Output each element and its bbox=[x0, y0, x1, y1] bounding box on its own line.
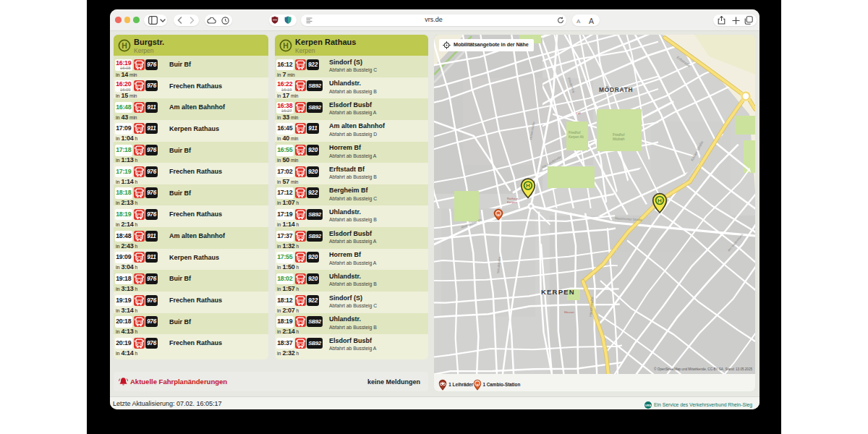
svg-text:Friedhof: Friedhof bbox=[613, 133, 625, 137]
svg-text:VRS: VRS bbox=[645, 403, 652, 407]
svg-text:Friedhof: Friedhof bbox=[569, 131, 581, 135]
svg-text:H: H bbox=[283, 41, 289, 50]
svg-text:H: H bbox=[122, 41, 127, 50]
svg-text:Häuser: Häuser bbox=[564, 310, 574, 314]
svg-text:Mödrath: Mödrath bbox=[613, 137, 625, 141]
svg-text:KERPEN: KERPEN bbox=[541, 288, 575, 296]
svg-text:Lidl: Lidl bbox=[576, 111, 581, 115]
svg-text:Kerpen Alt: Kerpen Alt bbox=[569, 135, 584, 139]
svg-text:Kerpen: Kerpen bbox=[507, 200, 517, 204]
svg-text:MÖDRATH: MÖDRATH bbox=[599, 86, 633, 93]
svg-text:H: H bbox=[526, 182, 530, 189]
svg-text:H: H bbox=[658, 197, 662, 204]
svg-text:© OpenStreetMap und Mitwirkend: © OpenStreetMap und Mitwirkende, CC-BY-S… bbox=[654, 367, 752, 371]
